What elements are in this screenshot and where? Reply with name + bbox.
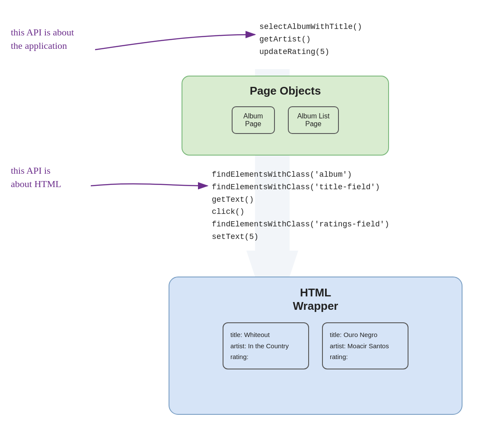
page-objects-box: Page Objects AlbumPage Album ListPage — [182, 76, 389, 156]
mid-annotation: this API isabout HTML — [11, 164, 61, 191]
html-wrapper-title: HTMLWrapper — [169, 286, 462, 313]
html-wrapper-box: HTMLWrapper title: Whiteout artist: In t… — [169, 277, 463, 415]
album-list-page-item: Album ListPage — [288, 106, 339, 134]
top-annotation: this API is aboutthe application — [11, 26, 74, 53]
html-item-2: title: Ouro Negro artist: Moacir Santos … — [322, 322, 408, 369]
code-block-mid: findElementsWithClass('album') findEleme… — [212, 169, 389, 243]
album-page-item: AlbumPage — [232, 106, 275, 134]
code-block-top: selectAlbumWithTitle() getArtist() updat… — [259, 21, 362, 58]
html-item-1: title: Whiteout artist: In the Country r… — [223, 322, 309, 369]
page-objects-title: Page Objects — [182, 84, 388, 98]
